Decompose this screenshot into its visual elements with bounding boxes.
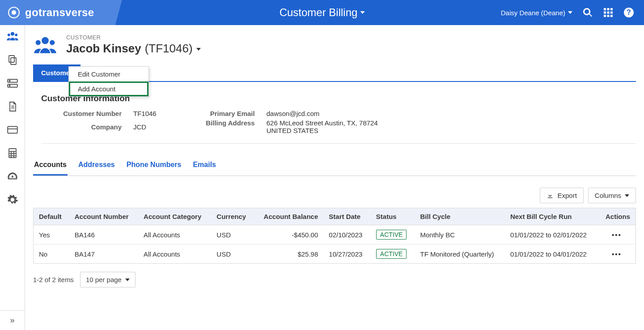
brand[interactable]: gotransverse	[0, 0, 94, 25]
svg-rect-21	[9, 149, 16, 158]
columns-button[interactable]: Columns	[588, 188, 636, 203]
svg-rect-8	[610, 15, 613, 17]
download-icon	[547, 192, 554, 199]
table-row[interactable]: YesBA146All AccountsUSD-$450.0002/10/202…	[34, 225, 636, 244]
col-actions: Actions	[598, 208, 636, 225]
customer-title-dropdown[interactable]: Jacob Kinsey (TF1046)	[66, 42, 201, 56]
copy-icon[interactable]	[6, 54, 19, 66]
col-account-balance[interactable]: Account Balance	[254, 208, 323, 225]
svg-rect-4	[607, 12, 610, 14]
cell-actions: •••	[598, 244, 636, 264]
cell-currency: USD	[211, 225, 254, 244]
help-icon[interactable]: ?	[623, 7, 634, 18]
value-primary-email: dawson@jcd.com	[267, 110, 383, 117]
caret-down-icon	[568, 11, 572, 14]
search-icon[interactable]	[582, 7, 593, 18]
row-actions-button[interactable]: •••	[612, 250, 622, 258]
tab-addresses[interactable]: Addresses	[77, 156, 116, 176]
accounts-table: Default Account Number Account Category …	[33, 208, 636, 264]
columns-label: Columns	[595, 192, 621, 199]
cell-account-category: All Accounts	[138, 244, 211, 264]
user-menu[interactable]: Daisy Deane (Deane)	[501, 9, 572, 17]
menu-add-account[interactable]: Add Account	[69, 81, 148, 96]
svg-rect-2	[610, 8, 613, 10]
module-title-dropdown[interactable]: Customer Billing	[280, 6, 365, 19]
app-header: gotransverse Customer Billing Daisy Dean…	[0, 0, 644, 25]
col-currency[interactable]: Currency	[211, 208, 254, 225]
page-size-label: 10 per page	[86, 276, 122, 283]
col-start-date[interactable]: Start Date	[323, 208, 371, 225]
storage-icon[interactable]	[6, 77, 19, 90]
svg-rect-19	[8, 126, 17, 133]
row-actions-button[interactable]: •••	[612, 231, 622, 239]
customers-large-icon	[33, 34, 57, 58]
col-status[interactable]: Status	[371, 208, 415, 225]
credit-card-icon[interactable]	[6, 124, 19, 136]
col-bill-cycle[interactable]: Bill Cycle	[415, 208, 505, 225]
expand-chevron-icon: »	[10, 316, 14, 325]
dashboard-gauge-icon[interactable]	[6, 170, 19, 183]
cell-actions: •••	[598, 225, 636, 244]
value-company: JCD	[133, 123, 157, 135]
label-customer-number: Customer Number	[41, 110, 122, 121]
cell-bill-cycle: Monthly BC	[415, 225, 505, 244]
export-button[interactable]: Export	[540, 188, 583, 203]
customer-eyebrow: CUSTOMER	[66, 34, 201, 41]
col-next-run[interactable]: Next Bill Cycle Run	[505, 208, 598, 225]
cell-bill-cycle: TF Monitored (Quarterly)	[415, 244, 505, 264]
svg-rect-1	[607, 8, 610, 10]
value-billing-address: 626 McLeod Street Austin, TX, 78724 UNIT…	[267, 119, 383, 134]
table-header-row: Default Account Number Account Category …	[34, 208, 636, 225]
svg-rect-7	[607, 15, 610, 17]
gear-icon[interactable]	[6, 193, 19, 206]
svg-point-15	[9, 81, 10, 81]
svg-rect-6	[604, 15, 606, 17]
module-title: Customer Billing	[280, 6, 358, 19]
document-icon[interactable]	[6, 100, 19, 113]
svg-rect-11	[9, 56, 14, 62]
table-toolbar: Export Columns	[33, 188, 636, 203]
page-size-dropdown[interactable]: 10 per page	[80, 272, 136, 287]
table-row[interactable]: NoBA147All AccountsUSD$25.9810/27/2023AC…	[34, 244, 636, 264]
brand-name: gotransverse	[25, 6, 94, 19]
caret-down-icon	[196, 42, 201, 56]
customer-actions-dropdown: Edit Customer Add Account	[68, 66, 149, 97]
cell-start-date: 10/27/2023	[323, 244, 371, 264]
tab-phone-numbers[interactable]: Phone Numbers	[126, 156, 182, 176]
subtabs: Accounts Addresses Phone Numbers Emails	[33, 156, 636, 176]
export-label: Export	[557, 192, 576, 199]
status-badge: ACTIVE	[376, 249, 407, 259]
cell-currency: USD	[211, 244, 254, 264]
calculator-icon[interactable]	[6, 147, 19, 159]
brand-logo-icon	[8, 7, 20, 18]
sidebar-expand-button[interactable]: »	[0, 310, 25, 330]
status-badge: ACTIVE	[376, 230, 407, 240]
svg-rect-0	[604, 8, 606, 10]
cell-status: ACTIVE	[371, 244, 415, 264]
tab-emails[interactable]: Emails	[192, 156, 217, 176]
tab-accounts[interactable]: Accounts	[33, 156, 68, 176]
customers-icon[interactable]	[6, 30, 19, 43]
col-default[interactable]: Default	[34, 208, 69, 225]
cell-next-run: 01/01/2022 to 02/01/2022	[505, 225, 598, 244]
cell-status: ACTIVE	[371, 225, 415, 244]
caret-down-icon	[360, 11, 364, 14]
col-account-number[interactable]: Account Number	[69, 208, 138, 225]
svg-rect-12	[11, 58, 16, 64]
caret-down-icon	[125, 279, 130, 281]
customer-id: (TF1046)	[145, 42, 193, 56]
cell-default: Yes	[34, 225, 69, 244]
pagination-summary: 1-2 of 2 items	[33, 276, 74, 283]
menu-edit-customer[interactable]: Edit Customer	[69, 67, 148, 81]
cell-account-number: BA147	[69, 244, 138, 264]
sidebar: »	[0, 25, 25, 330]
cell-account-category: All Accounts	[138, 225, 211, 244]
cell-start-date: 02/10/2023	[323, 225, 371, 244]
customer-name: Jacob Kinsey	[66, 42, 141, 56]
svg-point-16	[9, 85, 10, 86]
cell-account-balance: $25.98	[254, 244, 323, 264]
col-account-category[interactable]: Account Category	[138, 208, 211, 225]
cell-next-run: 01/01/2022 to 04/01/2022	[505, 244, 598, 264]
apps-grid-icon[interactable]	[603, 7, 614, 18]
pagination: 1-2 of 2 items 10 per page	[33, 272, 636, 287]
